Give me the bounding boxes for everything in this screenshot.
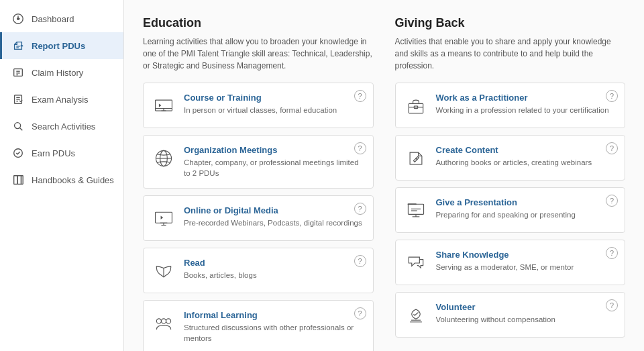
card-course-desc: In person or virtual classes, formal edu… [184,105,364,115]
card-practitioner-title: Work as a Practitioner [436,93,616,103]
main-content: Education Learning activities that allow… [124,0,644,351]
card-share-knowledge-desc: Serving as a moderator, SME, or mentor [436,262,616,272]
course-icon [152,94,176,118]
card-course-or-training[interactable]: Course or Training In person or virtual … [143,83,374,128]
card-practitioner-help[interactable]: ? [606,90,618,102]
education-desc: Learning activities that allow you to br… [143,36,374,72]
svg-rect-6 [14,176,17,185]
svg-rect-12 [156,212,172,223]
sidebar-label-claim-history: Claim History [32,68,83,78]
card-create-content-text: Create Content Authoring books or articl… [436,145,616,168]
card-volunteer-title: Volunteer [436,302,616,312]
education-title: Education [143,16,374,30]
card-course-title: Course or Training [184,93,364,103]
svg-point-4 [15,123,21,129]
card-digital-media-title: Online or Digital Media [184,205,364,215]
org-meetings-icon [152,146,176,170]
card-volunteer-desc: Volunteering without compensation [436,314,616,325]
report-icon [11,39,25,52]
presentation-icon [404,199,428,223]
card-digital-media-desc: Pre-recorded Webinars, Podcasts, digital… [184,217,364,228]
practitioner-icon [404,94,428,118]
sidebar-label-dashboard: Dashboard [32,14,74,24]
card-create-content-desc: Authoring books or articles, creating we… [436,157,616,168]
giving-back-title: Giving Back [395,16,626,30]
card-work-as-practitioner[interactable]: Work as a Practitioner Working in a prof… [395,83,626,128]
card-create-content-help[interactable]: ? [606,142,618,154]
read-icon [152,259,176,283]
create-content-icon [404,146,428,170]
book-icon [11,173,25,187]
card-presentation-desc: Preparing for and speaking or presenting [436,209,616,220]
card-read-desc: Books, articles, blogs [184,270,364,281]
card-org-meetings-title: Organization Meetings [184,145,364,155]
card-course-help[interactable]: ? [354,90,366,102]
svg-rect-8 [21,176,23,185]
card-digital-media-help[interactable]: ? [354,203,366,215]
card-volunteer-text: Volunteer Volunteering without compensat… [436,302,616,325]
claim-icon [11,66,25,79]
card-share-knowledge[interactable]: Share Knowledge Serving as a moderator, … [395,240,626,285]
card-give-presentation[interactable]: Give a Presentation Preparing for and sp… [395,187,626,233]
card-informal-learning-text: Informal Learning Structured discussions… [184,310,364,344]
card-course-text: Course or Training In person or virtual … [184,93,364,115]
card-org-meetings-help[interactable]: ? [354,142,366,154]
share-knowledge-icon [404,251,428,275]
card-read[interactable]: Read Books, articles, blogs ? [143,248,374,293]
svg-point-13 [156,319,161,323]
card-create-content-title: Create Content [436,145,616,155]
card-share-knowledge-text: Share Knowledge Serving as a moderator, … [436,250,616,272]
digital-media-icon [152,207,176,231]
volunteer-icon [404,303,428,328]
svg-rect-7 [17,176,21,185]
card-share-knowledge-title: Share Knowledge [436,250,616,260]
card-volunteer-help[interactable]: ? [606,299,618,311]
sidebar-item-search-activities[interactable]: Search Activities [0,113,123,140]
sidebar-item-handbooks-guides[interactable]: Handbooks & Guides [0,166,123,193]
informal-learning-icon [152,311,176,336]
card-read-title: Read [184,258,364,268]
card-presentation-text: Give a Presentation Preparing for and sp… [436,197,616,220]
sidebar-label-report-pdus: Report PDUs [32,41,85,51]
sidebar-label-handbooks-guides: Handbooks & Guides [32,175,114,185]
card-informal-learning-help[interactable]: ? [354,307,366,319]
card-presentation-help[interactable]: ? [606,195,618,207]
card-org-meetings-desc: Chapter, company, or professional meetin… [184,157,364,179]
card-org-meetings-text: Organization Meetings Chapter, company, … [184,145,364,179]
card-read-help[interactable]: ? [354,255,366,267]
card-practitioner-desc: Working in a profession related to your … [436,105,616,115]
card-digital-media-text: Online or Digital Media Pre-recorded Web… [184,205,364,228]
sidebar: Dashboard Report PDUs Claim History [0,0,124,351]
education-section: Education Learning activities that allow… [143,16,374,351]
card-volunteer[interactable]: Volunteer Volunteering without compensat… [395,292,626,338]
svg-point-15 [161,319,166,323]
card-informal-learning[interactable]: Informal Learning Structured discussions… [143,300,374,351]
dashboard-icon [11,12,25,26]
search-icon [11,119,25,133]
card-organization-meetings[interactable]: Organization Meetings Chapter, company, … [143,135,374,189]
card-informal-learning-desc: Structured discussions with other profes… [184,322,364,344]
card-online-digital-media[interactable]: Online or Digital Media Pre-recorded Web… [143,195,374,241]
giving-back-desc: Activities that enable you to share and … [395,36,626,72]
sidebar-item-report-pdus[interactable]: Report PDUs [0,32,123,59]
card-share-knowledge-help[interactable]: ? [606,247,618,259]
card-presentation-title: Give a Presentation [436,197,616,207]
svg-point-14 [166,319,171,323]
svg-point-1 [17,18,19,20]
card-informal-learning-title: Informal Learning [184,310,364,320]
sidebar-label-search-activities: Search Activities [32,121,95,132]
card-create-content[interactable]: Create Content Authoring books or articl… [395,135,626,181]
card-read-text: Read Books, articles, blogs [184,258,364,281]
sidebar-item-claim-history[interactable]: Claim History [0,59,123,86]
giving-back-section: Giving Back Activities that enable you t… [395,16,626,351]
sidebar-item-exam-analysis[interactable]: Exam Analysis [0,86,123,113]
card-practitioner-text: Work as a Practitioner Working in a prof… [436,93,616,115]
sidebar-item-dashboard[interactable]: Dashboard [0,5,123,32]
earn-icon [11,146,25,160]
sidebar-label-earn-pdus: Earn PDUs [32,148,75,158]
sidebar-label-exam-analysis: Exam Analysis [32,95,89,105]
sidebar-item-earn-pdus[interactable]: Earn PDUs [0,140,123,166]
exam-icon [11,93,25,106]
